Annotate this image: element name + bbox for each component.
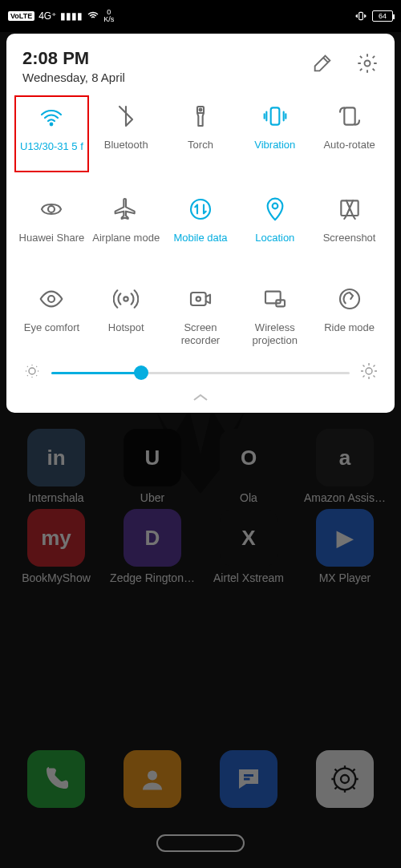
- tile-autorotate[interactable]: Auto-rotate: [312, 95, 387, 172]
- share-icon: [38, 196, 64, 222]
- torch-icon: [188, 103, 213, 129]
- recorder-icon: [188, 286, 213, 312]
- svg-rect-16: [191, 293, 206, 305]
- brightness-slider[interactable]: [51, 372, 350, 374]
- status-bar: VoLTE 4G⁺ ▮▮▮▮ 0K/s 64: [0, 0, 401, 32]
- clock-time: 2:08 PM: [22, 48, 125, 69]
- svg-rect-9: [344, 107, 354, 124]
- svg-point-22: [366, 368, 372, 374]
- svg-point-4: [365, 61, 371, 67]
- svg-rect-0: [359, 12, 363, 19]
- signal-icon: ▮▮▮▮: [60, 10, 83, 22]
- brightness-high-icon: [359, 361, 379, 384]
- svg-rect-6: [197, 107, 204, 113]
- tile-label: U13/30-31 5 f: [20, 140, 83, 166]
- tile-label: Auto-rotate: [323, 139, 375, 164]
- wifi-status-icon: [87, 10, 99, 22]
- tile-eyecomfort[interactable]: Eye comfort: [14, 278, 89, 352]
- tile-label: Screen recorder: [164, 321, 238, 347]
- svg-point-7: [200, 109, 202, 111]
- tile-label: Bluetooth: [104, 139, 148, 164]
- chevron-up-icon: [191, 392, 210, 403]
- tile-label: Torch: [188, 139, 213, 164]
- panel-collapse-handle[interactable]: [14, 387, 387, 406]
- gear-icon: [356, 52, 379, 75]
- svg-point-11: [191, 200, 210, 219]
- tile-label: Hotspot: [108, 321, 144, 347]
- tile-label: Ride mode: [324, 321, 375, 347]
- volte-badge: VoLTE: [8, 11, 34, 21]
- panel-header: 2:08 PM Wednesday, 8 April: [14, 48, 387, 95]
- tile-ridemode[interactable]: Ride mode: [312, 278, 387, 352]
- svg-rect-8: [270, 107, 279, 124]
- tile-label: Screenshot: [323, 232, 376, 257]
- edit-tiles-button[interactable]: [311, 52, 334, 78]
- tile-mobiledata[interactable]: Mobile data: [164, 188, 238, 262]
- net-speed: 0K/s: [103, 9, 114, 23]
- screenshot-icon: [337, 196, 363, 222]
- svg-point-10: [48, 206, 55, 212]
- tile-label: Airplane mode: [92, 232, 160, 257]
- clock-date: Wednesday, 8 April: [22, 71, 125, 84]
- network-type: 4G⁺: [38, 10, 56, 22]
- tile-label: Vibration: [254, 139, 295, 164]
- svg-rect-18: [265, 292, 281, 304]
- vibrate-status-icon: [354, 10, 368, 22]
- svg-point-5: [51, 123, 53, 126]
- tile-wirelessprojection[interactable]: Wireless projection: [237, 278, 312, 352]
- tile-label: Mobile data: [173, 232, 227, 257]
- tile-label: Wireless projection: [237, 321, 312, 347]
- svg-point-17: [196, 297, 200, 301]
- battery-icon: 64: [372, 10, 393, 22]
- ride-icon: [337, 286, 363, 312]
- eye-icon: [38, 286, 64, 312]
- bluetooth-icon: [113, 103, 139, 129]
- tiles-grid: U13/30-31 5 fBluetoothTorchVibrationAuto…: [14, 95, 387, 352]
- wifi-icon: [38, 105, 64, 131]
- brightness-row: [14, 352, 387, 387]
- hotspot-icon: [113, 286, 139, 312]
- tile-hotspot[interactable]: Hotspot: [89, 278, 164, 352]
- data-icon: [188, 196, 213, 222]
- brightness-low-icon: [22, 361, 42, 384]
- projection-icon: [262, 286, 288, 312]
- autorotate-icon: [337, 103, 363, 129]
- tile-vibration[interactable]: Vibration: [237, 95, 312, 172]
- svg-point-15: [124, 297, 128, 301]
- tile-bluetooth[interactable]: Bluetooth: [89, 95, 164, 172]
- tile-label: Huawei Share: [19, 232, 85, 257]
- tile-screenrecorder[interactable]: Screen recorder: [164, 278, 238, 352]
- svg-point-21: [29, 368, 35, 374]
- pencil-icon: [311, 52, 334, 75]
- tile-screenshot[interactable]: Screenshot: [312, 188, 387, 262]
- tile-wifi[interactable]: U13/30-31 5 f: [14, 95, 89, 172]
- svg-point-14: [48, 296, 55, 302]
- tile-location[interactable]: Location: [237, 188, 312, 262]
- tile-label: Eye comfort: [24, 321, 79, 347]
- svg-point-12: [272, 204, 277, 209]
- settings-button[interactable]: [356, 52, 379, 78]
- location-icon: [262, 196, 288, 222]
- tile-label: Location: [255, 232, 294, 257]
- tile-torch[interactable]: Torch: [164, 95, 238, 172]
- quick-settings-panel: 2:08 PM Wednesday, 8 April U13/30-31 5 f…: [6, 34, 395, 413]
- airplane-icon: [113, 196, 139, 222]
- tile-huaweishare[interactable]: Huawei Share: [14, 188, 89, 262]
- tile-airplane[interactable]: Airplane mode: [89, 188, 164, 262]
- vibration-icon: [262, 103, 288, 129]
